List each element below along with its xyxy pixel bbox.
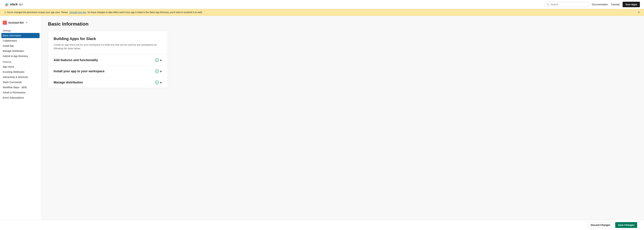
accordion-install-right: ▶: [155, 69, 162, 73]
banner-text-post: for these changes to take effect (and if…: [88, 11, 202, 14]
nav-docs-link[interactable]: Documentation: [592, 3, 608, 6]
discard-changes-button[interactable]: Discard Changes: [588, 222, 613, 228]
check-icon-install: [155, 69, 159, 73]
chevron-right-distribution: ▶: [160, 81, 162, 84]
warning-banner: ⚠ You've changed the permission scopes y…: [0, 9, 644, 16]
slack-logo-icon: [4, 2, 9, 7]
brand-slack: slack: [10, 3, 18, 6]
topnav-left: slack api: [4, 2, 23, 7]
sidebar: Assistant Bot ▼ Settings Basic Informati…: [0, 16, 41, 230]
brand-api: api: [19, 3, 23, 6]
sidebar-item-incoming-webhooks[interactable]: Incoming Webhooks: [0, 69, 41, 74]
search-bar[interactable]: [544, 2, 589, 7]
reinstall-link[interactable]: reinstall your app: [69, 11, 86, 14]
svg-point-3: [155, 69, 158, 73]
svg-point-2: [155, 58, 158, 62]
app-selector[interactable]: Assistant Bot ▼: [0, 19, 41, 28]
topnav-right: Documentation Tutorials Your Apps: [544, 2, 640, 7]
card-header: Building Apps for Slack Create an app th…: [48, 31, 168, 55]
sidebar-item-app-home[interactable]: App Home: [0, 64, 41, 69]
search-input[interactable]: [550, 3, 587, 6]
accordion-install[interactable]: Install your app to your workspace ▶: [48, 66, 168, 77]
accordion-install-label: Install your app to your workspace: [54, 69, 104, 73]
sidebar-item-slash-commands[interactable]: Slash Commands: [0, 80, 41, 85]
svg-point-4: [155, 81, 158, 84]
accordion-features-label: Add features and functionality: [54, 58, 98, 62]
sidebar-item-basic-information[interactable]: Basic Information: [1, 33, 40, 38]
banner-message: ⚠ You've changed the permission scopes y…: [4, 11, 202, 14]
chevron-right-features: ▶: [160, 59, 162, 61]
accordion-features-right: ▶: [155, 58, 162, 62]
sidebar-item-manage-distribution[interactable]: Manage Distribution: [0, 48, 41, 54]
accordion-features[interactable]: Add features and functionality ▶: [48, 55, 168, 66]
sidebar-item-submit-to-app-directory[interactable]: Submit to App Directory: [0, 54, 41, 59]
search-icon: [547, 3, 549, 6]
sidebar-item-interactivity-shortcuts[interactable]: Interactivity & Shortcuts: [0, 74, 41, 80]
svg-line-1: [548, 5, 549, 6]
sidebar-item-collaborators[interactable]: Collaborators: [0, 38, 41, 43]
sidebar-section-features: Features: [0, 59, 41, 64]
card-header-title: Building Apps for Slack: [54, 37, 162, 41]
sidebar-item-oauth-permissions[interactable]: OAuth & Permissions: [0, 90, 41, 95]
sidebar-item-install-app[interactable]: Install App: [0, 43, 41, 48]
accordion-distribution-label: Manage distribution: [54, 81, 83, 84]
banner-text-pre: ⚠ You've changed the permission scopes y…: [4, 11, 68, 14]
check-icon-distribution: [155, 80, 159, 84]
chevron-right-install: ▶: [160, 70, 162, 73]
slack-logo: slack api: [4, 2, 23, 7]
sidebar-item-workflow-steps[interactable]: Workflow Steps BETA: [0, 85, 41, 90]
footer-bar: Discard Changes Save Changes: [0, 220, 644, 230]
app-icon: [3, 21, 7, 25]
sidebar-section-settings: Settings: [0, 28, 41, 33]
card-header-desc: Create an app that's just for your works…: [54, 43, 162, 50]
page-title: Basic Information: [48, 21, 637, 27]
accordion-distribution[interactable]: Manage distribution ▶: [48, 77, 168, 88]
accordion-distribution-right: ▶: [155, 80, 162, 84]
save-changes-button[interactable]: Save Changes: [615, 222, 637, 228]
nav-tutorials-link[interactable]: Tutorials: [611, 3, 620, 6]
topnav: slack api Documentation Tutorials Your A…: [0, 0, 644, 9]
check-icon-features: [155, 58, 159, 62]
your-apps-button[interactable]: Your Apps: [622, 2, 640, 7]
sidebar-item-event-subscriptions[interactable]: Event Subscriptions: [0, 95, 41, 100]
building-apps-card: Building Apps for Slack Create an app th…: [48, 31, 168, 88]
banner-close-button[interactable]: ✕: [638, 11, 640, 14]
main-layout: Assistant Bot ▼ Settings Basic Informati…: [0, 16, 644, 230]
main-content: Basic Information Building Apps for Slac…: [41, 16, 644, 230]
app-name-label: Assistant Bot: [8, 21, 24, 24]
app-chevron-icon: ▼: [26, 22, 28, 24]
beta-badge: BETA: [21, 86, 27, 89]
